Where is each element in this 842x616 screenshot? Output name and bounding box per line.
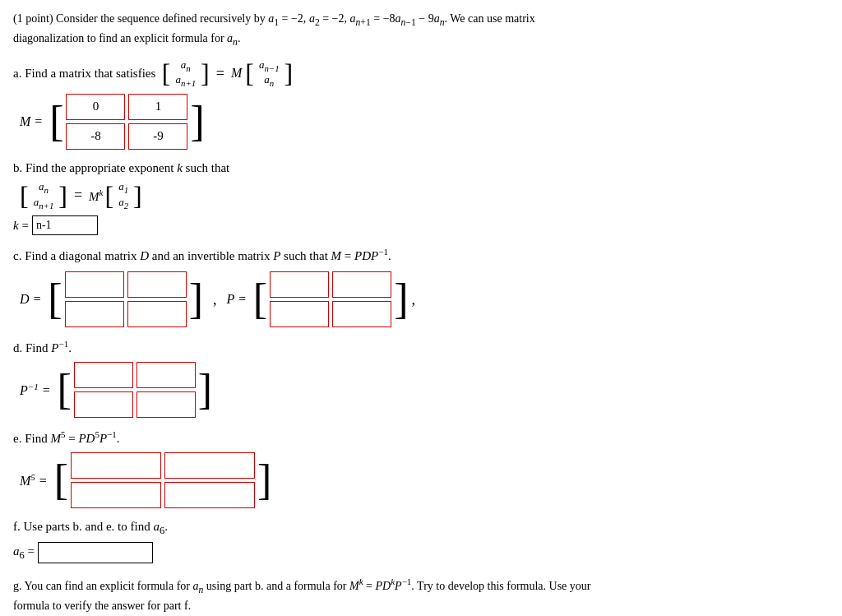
k-label: k = [13, 219, 29, 233]
vec-b-right: [ a1 a2 ] [105, 180, 142, 211]
rhs-vector: [ an−1 an ] [245, 58, 293, 89]
small-bracket-right-lhs: ] [201, 60, 210, 86]
part-a-label: a. Find a matrix that satisfies [13, 67, 162, 81]
Pinv-r1c1[interactable] [74, 362, 133, 388]
small-cells-b-left: an an+1 [30, 180, 58, 211]
small-bracket-left-rhs: [ [245, 60, 254, 86]
P-r1c2[interactable] [332, 271, 391, 298]
lhs-vector: [ an an+1 ] [162, 58, 210, 89]
matrix-M5-cells [71, 452, 255, 508]
part-c-label: c. Find a diagonal matrix D and an inver… [13, 247, 391, 263]
part-d-matrix: P−1 = [ ] [20, 362, 829, 418]
Pinv-equals-label: P−1 = [20, 382, 51, 398]
bracket-left-M5: [ [54, 459, 68, 502]
matrix-P: [ ] [253, 271, 409, 327]
bracket-right-P: ] [394, 278, 408, 321]
vec-b-left: [ an an+1 ] [20, 180, 67, 211]
M5-r2c2[interactable] [164, 482, 255, 508]
part-c-matrices: D = [ ] , P = [ ] , [20, 271, 829, 327]
part-d-label-row: d. Find P−1. [13, 339, 829, 355]
equals-b: = [74, 187, 82, 204]
cell-M-r2c1: -8 [66, 123, 125, 150]
D-equals-label: D = [20, 292, 41, 307]
part-g-text: g. You can find an explicit formula for … [13, 575, 829, 614]
P-r2c2[interactable] [332, 301, 391, 327]
section-b: b. Find the appropriate exponent k such … [13, 161, 829, 235]
b-cell-a2: a2 [115, 196, 132, 211]
k-row: k = [13, 215, 829, 235]
M-equals-label: M = [20, 114, 43, 129]
M5-equals-label: M5 = [20, 472, 48, 489]
a6-input[interactable] [38, 542, 153, 563]
cell-an: an [172, 58, 199, 74]
equals-a: = [216, 65, 224, 82]
cell-an-1: an−1 [256, 58, 283, 74]
cell-M-r1c1: 0 [66, 94, 125, 120]
D-r1c2[interactable] [127, 271, 187, 298]
Pinv-r2c2[interactable] [136, 391, 196, 418]
bracket-left-M: [ [49, 100, 63, 143]
part-b-label: b. Find the appropriate exponent k such … [13, 161, 229, 175]
comma-2: , [411, 291, 415, 308]
M5-r1c2[interactable] [164, 452, 255, 479]
bracket-right-M: ] [190, 100, 204, 143]
matrix-D: [ ] [48, 271, 203, 327]
P-r2c1[interactable] [270, 301, 329, 327]
small-bracket-right-b: ] [58, 183, 67, 209]
small-bracket-right-b2: ] [133, 183, 142, 209]
P-equals-label: P = [227, 292, 247, 307]
part-e-label: e. Find M5 = PD5P−1. [13, 429, 120, 446]
section-f: f. Use parts b. and e. to find a6. a6 = [13, 520, 829, 563]
bracket-left-Pinv: [ [58, 368, 72, 411]
b-cell-an: an [30, 180, 58, 196]
matrix-Pinv-cells [74, 362, 196, 418]
cell-an1: an+1 [172, 73, 199, 89]
section-g: g. You can find an explicit formula for … [13, 575, 829, 614]
matrix-M-cells: 0 1 -8 -9 [66, 94, 187, 150]
part-f-label-row: f. Use parts b. and e. to find a6. [13, 520, 829, 537]
part-f-label: f. Use parts b. and e. to find a6. [13, 520, 168, 537]
section-e: e. Find M5 = PD5P−1. M5 = [ ] [13, 429, 829, 508]
M5-r2c1[interactable] [71, 482, 161, 508]
a6-label: a6 = [13, 544, 35, 562]
M5-r1c1[interactable] [71, 452, 161, 479]
Mk-label: Mk [89, 188, 103, 204]
matrix-P-cells [270, 271, 391, 327]
D-r2c1[interactable] [65, 301, 124, 327]
Pinv-r2c1[interactable] [74, 391, 133, 418]
D-r2c2[interactable] [127, 301, 187, 327]
section-a: a. Find a matrix that satisfies [ an an+… [13, 58, 829, 150]
cell-M-r2c2: -9 [128, 123, 187, 150]
small-cells-rhs: an−1 an [256, 58, 283, 89]
part-e-matrix: M5 = [ ] [20, 452, 829, 508]
cell-M-r1c2: 1 [128, 94, 187, 120]
small-bracket-left-b2: [ [105, 183, 114, 209]
part-d-label: d. Find P−1. [13, 339, 72, 355]
header-text: (1 point) Consider the sequence defined … [13, 10, 829, 50]
matrix-M: [ 0 1 -8 -9 ] [49, 94, 205, 150]
k-input[interactable] [32, 215, 98, 235]
bracket-left-D: [ [48, 278, 62, 321]
section-d: d. Find P−1. P−1 = [ ] [13, 339, 829, 418]
M-label-a: M [231, 66, 242, 81]
part-c-label-row: c. Find a diagonal matrix D and an inver… [13, 247, 829, 263]
small-cells-b-right: a1 a2 [115, 180, 132, 211]
matrix-M-row: M = [ 0 1 -8 -9 ] [20, 94, 829, 150]
small-cells-lhs: an an+1 [172, 58, 199, 89]
bracket-right-Pinv: ] [198, 368, 212, 411]
section-c: c. Find a diagonal matrix D and an inver… [13, 247, 829, 327]
comma-1: , [213, 291, 217, 308]
bracket-right-M5: ] [257, 459, 271, 502]
a6-row: a6 = [13, 542, 829, 563]
small-bracket-right-rhs: ] [285, 60, 294, 86]
part-e-label-row: e. Find M5 = PD5P−1. [13, 429, 829, 446]
bracket-left-P: [ [253, 278, 267, 321]
part-b-row: b. Find the appropriate exponent k such … [13, 161, 829, 175]
bracket-right-D: ] [189, 278, 203, 321]
P-r1c1[interactable] [270, 271, 329, 298]
cell-an-rhs: an [256, 73, 283, 89]
D-r1c1[interactable] [65, 271, 124, 298]
Pinv-r1c2[interactable] [136, 362, 196, 388]
matrix-Pinv: [ ] [58, 362, 213, 418]
matrix-D-cells [65, 271, 187, 327]
